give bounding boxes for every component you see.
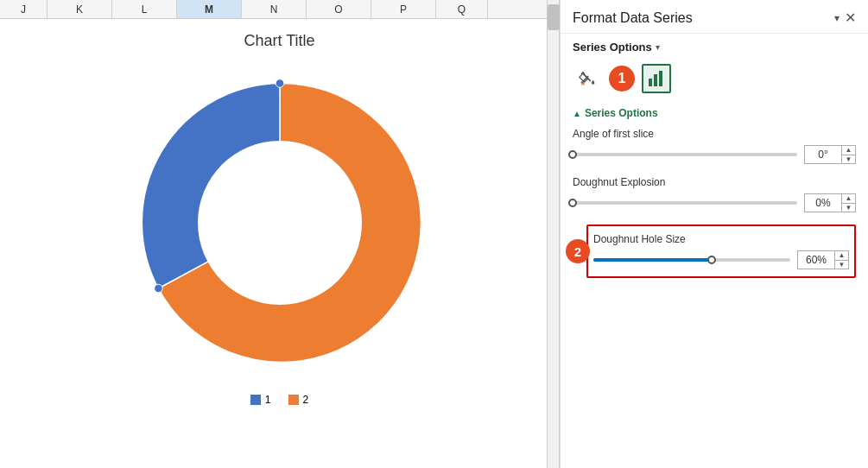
format-data-series-panel: Format Data Series ▾ ✕ Series Options ▾ … bbox=[560, 0, 868, 468]
doughnut-hole-slider-fill bbox=[593, 258, 712, 262]
panel-title: Format Data Series bbox=[573, 10, 693, 26]
panel-close-button[interactable]: ✕ bbox=[845, 11, 856, 25]
scrollbar-track[interactable] bbox=[547, 0, 559, 468]
explosion-option-row: Doughnut Explosion 0% ▲ ▼ bbox=[573, 176, 856, 212]
doughnut-hole-spin-up[interactable]: ▲ bbox=[835, 251, 848, 261]
chart-series-button[interactable] bbox=[642, 64, 671, 93]
svg-rect-4 bbox=[649, 79, 652, 86]
col-header-q[interactable]: Q bbox=[436, 0, 488, 18]
section-title-text: Series Options bbox=[585, 107, 658, 119]
angle-control: 0° ▲ ▼ bbox=[573, 145, 856, 164]
col-header-m[interactable]: M bbox=[177, 0, 242, 18]
explosion-spin-up[interactable]: ▲ bbox=[842, 194, 855, 204]
explosion-spin-down[interactable]: ▼ bbox=[842, 204, 855, 212]
series-options-header: Series Options bbox=[573, 41, 652, 54]
doughnut-hole-spin-value: 60% bbox=[798, 254, 834, 266]
section-title: ▲ Series Options bbox=[573, 107, 856, 119]
panel-controls: ▾ ✕ bbox=[834, 11, 856, 25]
legend-item-2: 2 bbox=[288, 394, 309, 406]
angle-spin-box[interactable]: 0° ▲ ▼ bbox=[804, 145, 856, 164]
doughnut-hole-spin-arrows[interactable]: ▲ ▼ bbox=[834, 251, 848, 269]
col-header-j[interactable]: J bbox=[0, 0, 48, 18]
angle-label: Angle of first slice bbox=[573, 128, 856, 140]
badge-2: 2 bbox=[566, 239, 590, 263]
col-headers: J K L M N O P Q bbox=[0, 0, 559, 19]
legend-item-1: 1 bbox=[250, 394, 271, 406]
angle-spin-value: 0° bbox=[805, 149, 841, 161]
chart-legend: 1 2 bbox=[250, 394, 308, 406]
angle-option-row: Angle of first slice 0° ▲ ▼ bbox=[573, 128, 856, 164]
angle-spin-down[interactable]: ▼ bbox=[842, 155, 855, 164]
angle-slider[interactable] bbox=[573, 153, 797, 156]
explosion-slider-container bbox=[573, 201, 797, 205]
col-header-p[interactable]: P bbox=[371, 0, 436, 18]
legend-label-2: 2 bbox=[303, 394, 309, 406]
doughnut-hole-spin-box[interactable]: 60% ▲ ▼ bbox=[797, 250, 849, 269]
angle-slider-container bbox=[573, 153, 797, 156]
series-options-arrow: ▾ bbox=[656, 42, 660, 52]
col-header-l[interactable]: L bbox=[112, 0, 177, 18]
explosion-control: 0% ▲ ▼ bbox=[573, 193, 856, 212]
badge-1[interactable]: 1 bbox=[609, 66, 635, 92]
explosion-slider-thumb[interactable] bbox=[568, 199, 577, 207]
explosion-label: Doughnut Explosion bbox=[573, 176, 856, 188]
doughnut-chart[interactable] bbox=[116, 59, 444, 387]
panel-body: ▲ Series Options Angle of first slice 0°… bbox=[561, 102, 868, 468]
angle-spin-up[interactable]: ▲ bbox=[842, 146, 855, 155]
doughnut-hole-control: 60% ▲ ▼ bbox=[593, 250, 849, 269]
svg-rect-5 bbox=[654, 74, 657, 86]
panel-dropdown-button[interactable]: ▾ bbox=[834, 12, 839, 24]
legend-color-1 bbox=[250, 395, 261, 405]
col-header-o[interactable]: O bbox=[307, 0, 371, 18]
explosion-spin-box[interactable]: 0% ▲ ▼ bbox=[804, 193, 856, 212]
explosion-spin-value: 0% bbox=[805, 197, 841, 209]
doughnut-hole-slider-container bbox=[593, 258, 790, 262]
doughnut-hole-spin-down[interactable]: ▼ bbox=[835, 261, 848, 269]
legend-label-1: 1 bbox=[265, 394, 271, 406]
svg-point-0 bbox=[198, 141, 362, 305]
legend-color-2 bbox=[288, 395, 299, 405]
svg-point-1 bbox=[276, 79, 284, 88]
angle-slider-thumb[interactable] bbox=[568, 150, 577, 159]
doughnut-hole-option-row: Doughnut Hole Size 60% ▲ ▼ bbox=[586, 225, 856, 278]
explosion-slider[interactable] bbox=[573, 201, 797, 205]
panel-icon-row: 1 bbox=[561, 60, 868, 102]
col-header-k[interactable]: K bbox=[48, 0, 112, 18]
scrollbar-thumb[interactable] bbox=[548, 4, 560, 30]
doughnut-hole-wrapper: 2 Doughnut Hole Size 60% ▲ ▼ bbox=[586, 225, 856, 278]
explosion-spin-arrows[interactable]: ▲ ▼ bbox=[841, 194, 855, 212]
angle-spin-arrows[interactable]: ▲ ▼ bbox=[841, 146, 855, 163]
doughnut-hole-slider-thumb[interactable] bbox=[707, 256, 716, 264]
chart-title: Chart Title bbox=[244, 32, 314, 50]
spreadsheet-area: J K L M N O P Q Chart Title bbox=[0, 0, 560, 468]
doughnut-hole-label: Doughnut Hole Size bbox=[593, 233, 849, 245]
panel-subheader[interactable]: Series Options ▾ bbox=[561, 34, 868, 60]
col-header-n[interactable]: N bbox=[242, 0, 307, 18]
doughnut-hole-slider[interactable] bbox=[593, 258, 790, 262]
paint-bucket-button[interactable] bbox=[573, 64, 602, 93]
panel-header: Format Data Series ▾ ✕ bbox=[561, 0, 868, 34]
chart-container: Chart Title 1 bbox=[0, 19, 559, 468]
svg-point-2 bbox=[154, 284, 162, 293]
svg-rect-6 bbox=[659, 71, 662, 86]
section-collapse-icon[interactable]: ▲ bbox=[573, 109, 581, 118]
